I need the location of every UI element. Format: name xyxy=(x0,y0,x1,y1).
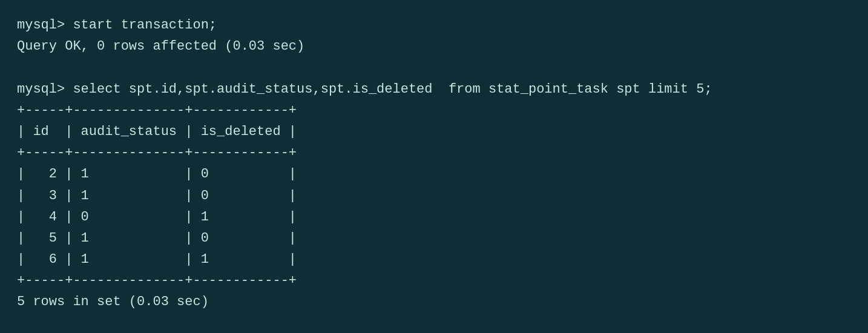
terminal-line: mysql> select spt.id,spt.audit_status,sp… xyxy=(17,79,851,100)
terminal-line: | 2 | 1 | 0 | xyxy=(17,163,851,185)
terminal-container: mysql> start transaction;Query OK, 0 row… xyxy=(17,15,851,313)
terminal-line: | 4 | 0 | 1 | xyxy=(17,206,851,228)
terminal-line: | 6 | 1 | 1 | xyxy=(17,249,851,270)
terminal-line: | 5 | 1 | 0 | xyxy=(17,228,851,249)
blank-line xyxy=(17,57,851,78)
terminal-line: +-----+--------------+------------+ xyxy=(17,270,851,291)
terminal-line: 5 rows in set (0.03 sec) xyxy=(17,291,851,312)
terminal-line: Query OK, 0 rows affected (0.03 sec) xyxy=(17,36,851,57)
terminal-line: +-----+--------------+------------+ xyxy=(17,142,851,163)
terminal-line: mysql> start transaction; xyxy=(17,15,851,36)
terminal-line: | id | audit_status | is_deleted | xyxy=(17,121,851,142)
terminal-line: +-----+--------------+------------+ xyxy=(17,100,851,121)
terminal-line: | 3 | 1 | 0 | xyxy=(17,185,851,206)
